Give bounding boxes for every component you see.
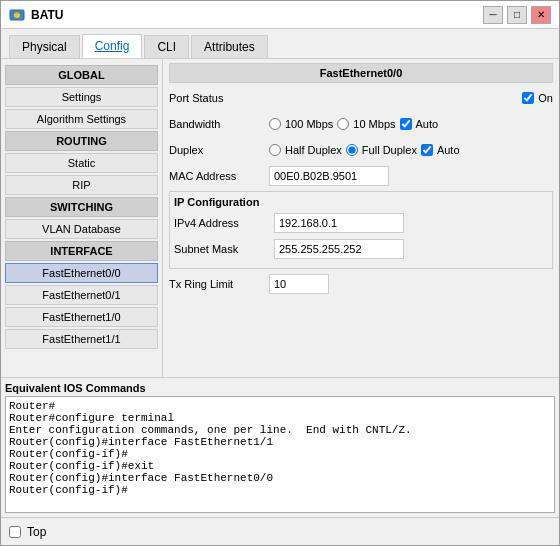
top-label: Top (27, 525, 46, 539)
close-button[interactable]: ✕ (531, 6, 551, 24)
tx-ring-label: Tx Ring Limit (169, 278, 269, 290)
bandwidth-controls: 100 Mbps 10 Mbps Auto (269, 118, 553, 130)
sidebar-item-static[interactable]: Static (5, 153, 158, 173)
bandwidth-radio-group: 100 Mbps 10 Mbps Auto (269, 118, 438, 130)
duplex-full-radio[interactable] (346, 144, 358, 156)
ipv4-label: IPv4 Address (174, 217, 274, 229)
top-checkbox[interactable] (9, 526, 21, 538)
app-title: BATU (31, 8, 63, 22)
bandwidth-10mbps-radio[interactable] (337, 118, 349, 130)
sidebar-list: GLOBAL Settings Algorithm Settings ROUTI… (1, 65, 162, 349)
duplex-radio-group: Half Duplex Full Duplex Auto (269, 144, 460, 156)
ipv4-input[interactable] (274, 213, 404, 233)
right-panel: FastEthernet0/0 Port Status On Bandwidth (163, 59, 559, 377)
duplex-auto-checkbox[interactable] (421, 144, 433, 156)
tab-cli[interactable]: CLI (144, 35, 189, 58)
subnet-input[interactable] (274, 239, 404, 259)
ios-console[interactable]: Router# Router#configure terminal Enter … (5, 396, 555, 513)
ip-config-section: IP Configuration IPv4 Address Subnet Mas… (169, 191, 553, 269)
ip-config-title: IP Configuration (174, 196, 548, 208)
sidebar-item-settings[interactable]: Settings (5, 87, 158, 107)
mac-address-input[interactable] (269, 166, 389, 186)
subnet-label: Subnet Mask (174, 243, 274, 255)
duplex-label: Duplex (169, 144, 269, 156)
tab-attributes[interactable]: Attributes (191, 35, 268, 58)
minimize-button[interactable]: ─ (483, 6, 503, 24)
port-status-controls: On (269, 92, 553, 104)
status-bar: Top (1, 517, 559, 545)
tx-ring-controls (269, 274, 553, 294)
app-icon (9, 7, 25, 23)
title-bar: BATU ─ □ ✕ (1, 1, 559, 29)
config-area: FastEthernet0/0 Port Status On Bandwidth (163, 59, 559, 377)
sidebar-item-fastethernet10[interactable]: FastEthernet1/0 (5, 307, 158, 327)
duplex-controls: Half Duplex Full Duplex Auto (269, 144, 553, 156)
main-window: BATU ─ □ ✕ Physical Config CLI Attribute… (0, 0, 560, 546)
sidebar-item-fastethernet01[interactable]: FastEthernet0/1 (5, 285, 158, 305)
duplex-row: Duplex Half Duplex Full Duplex Auto (169, 139, 553, 161)
bandwidth-100mbps-label: 100 Mbps (285, 118, 333, 130)
panel-title: FastEthernet0/0 (169, 63, 553, 83)
sidebar-item-fastethernet00[interactable]: FastEthernet0/0 (5, 263, 158, 283)
tabs-bar: Physical Config CLI Attributes (1, 29, 559, 59)
port-status-checkbox[interactable] (522, 92, 534, 104)
sidebar-item-rip[interactable]: RIP (5, 175, 158, 195)
mac-address-controls (269, 166, 553, 186)
tab-physical[interactable]: Physical (9, 35, 80, 58)
ipv4-row: IPv4 Address (174, 212, 548, 234)
bandwidth-row: Bandwidth 100 Mbps 10 Mbps Auto (169, 113, 553, 135)
bandwidth-10mbps-label: 10 Mbps (353, 118, 395, 130)
sidebar-header-switching: SWITCHING (5, 197, 158, 217)
sidebar-item-algorithm-settings[interactable]: Algorithm Settings (5, 109, 158, 129)
maximize-button[interactable]: □ (507, 6, 527, 24)
port-status-label: Port Status (169, 92, 269, 104)
subnet-row: Subnet Mask (174, 238, 548, 260)
sidebar-header-interface: INTERFACE (5, 241, 158, 261)
duplex-full-label: Full Duplex (362, 144, 417, 156)
bandwidth-auto-label: Auto (416, 118, 439, 130)
ios-commands-section: Equivalent IOS Commands Router# Router#c… (1, 377, 559, 517)
subnet-controls (274, 239, 548, 259)
ipv4-controls (274, 213, 548, 233)
sidebar-header-routing: ROUTING (5, 131, 158, 151)
mac-address-label: MAC Address (169, 170, 269, 182)
duplex-half-label: Half Duplex (285, 144, 342, 156)
port-status-checkbox-label: On (538, 92, 553, 104)
mac-address-row: MAC Address (169, 165, 553, 187)
sidebar-item-vlan-database[interactable]: VLAN Database (5, 219, 158, 239)
bandwidth-label: Bandwidth (169, 118, 269, 130)
window-controls: ─ □ ✕ (483, 6, 551, 24)
tx-ring-row: Tx Ring Limit (169, 273, 553, 295)
main-content: GLOBAL Settings Algorithm Settings ROUTI… (1, 59, 559, 377)
sidebar-header-global: GLOBAL (5, 65, 158, 85)
bandwidth-auto-checkbox[interactable] (400, 118, 412, 130)
tx-ring-input[interactable] (269, 274, 329, 294)
port-status-row: Port Status On (169, 87, 553, 109)
equiv-ios-title: Equivalent IOS Commands (5, 382, 555, 394)
sidebar-item-fastethernet11[interactable]: FastEthernet1/1 (5, 329, 158, 349)
tab-config[interactable]: Config (82, 34, 143, 58)
title-bar-left: BATU (9, 7, 63, 23)
duplex-auto-label: Auto (437, 144, 460, 156)
bandwidth-100mbps-radio[interactable] (269, 118, 281, 130)
sidebar: GLOBAL Settings Algorithm Settings ROUTI… (1, 59, 163, 377)
duplex-half-radio[interactable] (269, 144, 281, 156)
